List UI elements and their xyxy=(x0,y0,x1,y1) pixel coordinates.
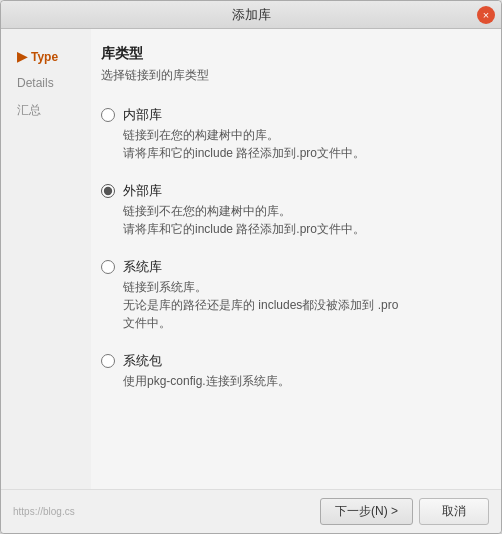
radio-internal[interactable] xyxy=(101,108,115,122)
footer-url: https://blog.cs xyxy=(13,506,75,517)
radio-label-system: 系统库 xyxy=(123,258,162,276)
radio-header-internal: 内部库 xyxy=(101,106,481,124)
radio-group: 内部库 链接到在您的构建树中的库。 请将库和它的include 路径添加到.pr… xyxy=(101,100,481,396)
radio-system[interactable] xyxy=(101,260,115,274)
radio-desc-external: 链接到不在您的构建树中的库。 请将库和它的include 路径添加到.pro文件… xyxy=(123,202,481,238)
cancel-button[interactable]: 取消 xyxy=(419,498,489,525)
arrow-icon: ▶ xyxy=(17,49,27,64)
sidebar: ▶ Type Details 汇总 xyxy=(1,29,91,489)
radio-item-system: 系统库 链接到系统库。 无论是库的路径还是库的 includes都没被添加到 .… xyxy=(101,252,481,338)
sidebar-item-label-summary: 汇总 xyxy=(17,102,41,119)
dialog-title: 添加库 xyxy=(232,6,271,24)
sidebar-item-summary[interactable]: 汇总 xyxy=(9,98,83,123)
radio-header-system-package: 系统包 xyxy=(101,352,481,370)
radio-label-internal: 内部库 xyxy=(123,106,162,124)
dialog: 添加库 × ▶ Type Details 汇总 库类型 选择链接到的库类型 xyxy=(0,0,502,534)
sidebar-item-label-type: Type xyxy=(31,50,58,64)
footer: https://blog.cs 下一步(N) > 取消 xyxy=(1,489,501,533)
radio-header-system: 系统库 xyxy=(101,258,481,276)
main-content: 库类型 选择链接到的库类型 内部库 链接到在您的构建树中的库。 请将库和它的in… xyxy=(91,29,501,489)
section-subtitle: 选择链接到的库类型 xyxy=(101,67,481,84)
radio-label-system-package: 系统包 xyxy=(123,352,162,370)
sidebar-item-type[interactable]: ▶ Type xyxy=(9,45,83,68)
next-button[interactable]: 下一步(N) > xyxy=(320,498,413,525)
sidebar-item-label-details: Details xyxy=(17,76,54,90)
radio-system-package[interactable] xyxy=(101,354,115,368)
footer-buttons: 下一步(N) > 取消 xyxy=(320,498,489,525)
radio-header-external: 外部库 xyxy=(101,182,481,200)
radio-desc-system-package: 使用pkg-config.连接到系统库。 xyxy=(123,372,481,390)
radio-desc-internal: 链接到在您的构建树中的库。 请将库和它的include 路径添加到.pro文件中… xyxy=(123,126,481,162)
radio-item-internal: 内部库 链接到在您的构建树中的库。 请将库和它的include 路径添加到.pr… xyxy=(101,100,481,168)
title-bar: 添加库 × xyxy=(1,1,501,29)
sidebar-item-details[interactable]: Details xyxy=(9,72,83,94)
radio-external[interactable] xyxy=(101,184,115,198)
radio-item-system-package: 系统包 使用pkg-config.连接到系统库。 xyxy=(101,346,481,396)
radio-label-external: 外部库 xyxy=(123,182,162,200)
dialog-body: ▶ Type Details 汇总 库类型 选择链接到的库类型 内部库 xyxy=(1,29,501,489)
radio-item-external: 外部库 链接到不在您的构建树中的库。 请将库和它的include 路径添加到.p… xyxy=(101,176,481,244)
radio-desc-system: 链接到系统库。 无论是库的路径还是库的 includes都没被添加到 .pro … xyxy=(123,278,481,332)
close-button[interactable]: × xyxy=(477,6,495,24)
section-title: 库类型 xyxy=(101,45,481,63)
